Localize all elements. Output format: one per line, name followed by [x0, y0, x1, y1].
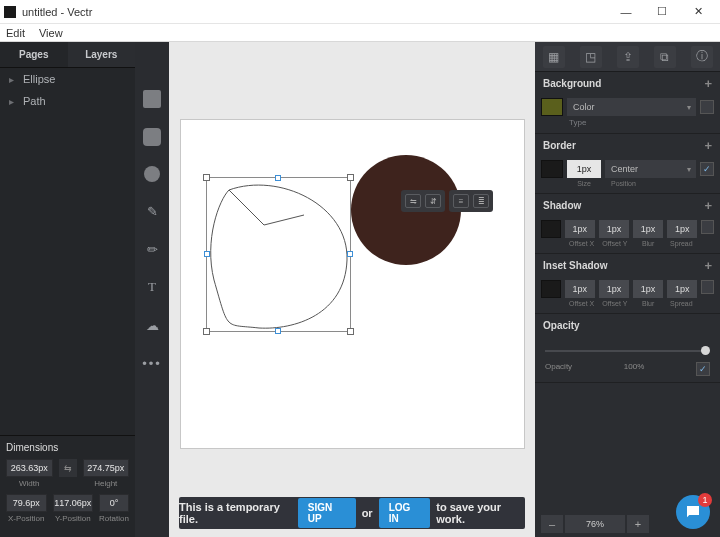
zoom-out-button[interactable]: – [541, 515, 563, 533]
background-color-swatch[interactable] [541, 98, 563, 116]
flip-vertical-icon[interactable]: ⇵ [425, 194, 441, 208]
tab-pages[interactable]: Pages [0, 42, 68, 67]
align-left-icon[interactable]: ≡ [453, 194, 469, 208]
resize-handle-w[interactable] [204, 251, 210, 257]
minimize-button[interactable]: — [608, 0, 644, 23]
layer-item-path[interactable]: ▸ Path [0, 90, 135, 112]
width-input[interactable]: 263.63px [6, 459, 53, 477]
resize-handle-sw[interactable] [203, 328, 210, 335]
inset-offset-x-input[interactable]: 1px [565, 280, 595, 298]
border-size-label: Size [567, 180, 601, 187]
add-inset-shadow-icon[interactable]: + [704, 258, 712, 273]
background-type-label: Type [569, 118, 714, 127]
shadow-blur-label: Blur [634, 240, 663, 247]
tool-strip: ✎ ✏ T ☁ ••• [135, 42, 169, 537]
info-icon[interactable]: ⓘ [691, 46, 713, 68]
canvas-area[interactable]: ⇋ ⇵ ≡ ≣ This is a temporary file. SIGN U… [169, 42, 535, 537]
y-position-input[interactable]: 117.06px [53, 494, 94, 512]
section-title: Background [543, 78, 601, 89]
layer-item-label: Path [23, 95, 46, 107]
pencil-tool-icon[interactable]: ✏ [143, 240, 161, 258]
flip-horizontal-icon[interactable]: ⇋ [405, 194, 421, 208]
tab-layers[interactable]: Layers [68, 42, 136, 67]
zoom-in-button[interactable]: + [627, 515, 649, 533]
shadow-offset-x-label: Offset X [567, 240, 596, 247]
opacity-label: Opacity [545, 362, 572, 376]
zoom-value[interactable]: 76% [565, 515, 625, 533]
inset-shadow-section: Inset Shadow+ 1px 1px 1px 1px Offset XOf… [535, 254, 720, 314]
text-tool-icon[interactable]: T [143, 278, 161, 296]
border-position-select[interactable]: Center [605, 160, 696, 178]
dimensions-panel: Dimensions 263.63px ⇆ 274.75px Width Hei… [0, 435, 135, 537]
right-panel: ▦ ◳ ⇪ ⧉ ⓘ Background+ Color Type Border+ [535, 42, 720, 537]
temp-file-banner: This is a temporary file. SIGN UP or LOG… [179, 497, 525, 529]
inset-color-swatch[interactable] [541, 280, 561, 298]
resize-handle-ne[interactable] [347, 174, 354, 181]
banner-post-text: to save your work. [436, 501, 525, 525]
more-tools-icon[interactable]: ••• [143, 354, 161, 372]
copy-icon[interactable]: ⧉ [654, 46, 676, 68]
opacity-value: 100% [624, 362, 644, 376]
inset-visible-checkbox[interactable] [701, 280, 714, 294]
grid-icon[interactable]: ▦ [543, 46, 565, 68]
login-button[interactable]: LOG IN [379, 498, 431, 528]
preview-icon[interactable]: ◳ [580, 46, 602, 68]
background-visible-checkbox[interactable] [700, 100, 714, 114]
menu-edit[interactable]: Edit [6, 27, 25, 39]
artboard[interactable] [180, 119, 525, 449]
rotation-input[interactable]: 0° [99, 494, 129, 512]
height-input[interactable]: 274.75px [83, 459, 130, 477]
inset-offset-y-input[interactable]: 1px [599, 280, 629, 298]
resize-handle-se[interactable] [347, 328, 354, 335]
add-background-icon[interactable]: + [704, 76, 712, 91]
border-size-input[interactable]: 1px [567, 160, 601, 178]
chat-widget[interactable]: 1 [676, 495, 710, 529]
signup-button[interactable]: SIGN UP [298, 498, 356, 528]
section-title: Border [543, 140, 576, 151]
section-title: Inset Shadow [543, 260, 607, 271]
rounded-rectangle-tool-icon[interactable] [143, 128, 161, 146]
inset-spread-input[interactable]: 1px [667, 280, 697, 298]
resize-handle-nw[interactable] [203, 174, 210, 181]
lock-aspect-icon[interactable]: ⇆ [59, 459, 77, 477]
shadow-visible-checkbox[interactable] [701, 220, 714, 234]
export-icon[interactable]: ⇪ [617, 46, 639, 68]
shadow-offset-x-input[interactable]: 1px [565, 220, 595, 238]
inset-spread-label: Spread [667, 300, 696, 307]
shadow-spread-input[interactable]: 1px [667, 220, 697, 238]
resize-handle-n[interactable] [275, 175, 281, 181]
shadow-color-swatch[interactable] [541, 220, 561, 238]
resize-handle-e[interactable] [347, 251, 353, 257]
pen-tool-icon[interactable]: ✎ [143, 202, 161, 220]
shadow-blur-input[interactable]: 1px [633, 220, 663, 238]
add-border-icon[interactable]: + [704, 138, 712, 153]
menu-view[interactable]: View [39, 27, 63, 39]
inset-offset-x-label: Offset X [567, 300, 596, 307]
y-position-label: Y-Position [53, 514, 94, 523]
shadow-spread-label: Spread [667, 240, 696, 247]
resize-handle-s[interactable] [275, 328, 281, 334]
align-center-icon[interactable]: ≣ [473, 194, 489, 208]
selection-box[interactable] [206, 177, 351, 332]
opacity-slider[interactable] [545, 346, 710, 356]
opacity-section: Opacity Opacity 100% ✓ [535, 314, 720, 383]
rectangle-tool-icon[interactable] [143, 90, 161, 108]
close-button[interactable]: ✕ [680, 0, 716, 23]
dimensions-title: Dimensions [6, 442, 129, 453]
upload-tool-icon[interactable]: ☁ [143, 316, 161, 334]
x-position-input[interactable]: 79.6px [6, 494, 47, 512]
border-visible-checkbox[interactable]: ✓ [700, 162, 714, 176]
layer-item-ellipse[interactable]: ▸ Ellipse [0, 68, 135, 90]
border-color-swatch[interactable] [541, 160, 563, 178]
window-title: untitled - Vectr [22, 6, 608, 18]
border-position-label: Position [605, 180, 714, 187]
background-section: Background+ Color Type [535, 72, 720, 134]
maximize-button[interactable]: ☐ [644, 0, 680, 23]
layer-toggle-icon: ▸ [6, 96, 17, 107]
inset-blur-input[interactable]: 1px [633, 280, 663, 298]
background-type-select[interactable]: Color [567, 98, 696, 116]
opacity-visible-checkbox[interactable]: ✓ [696, 362, 710, 376]
add-shadow-icon[interactable]: + [704, 198, 712, 213]
ellipse-tool-icon[interactable] [144, 166, 160, 182]
shadow-offset-y-input[interactable]: 1px [599, 220, 629, 238]
